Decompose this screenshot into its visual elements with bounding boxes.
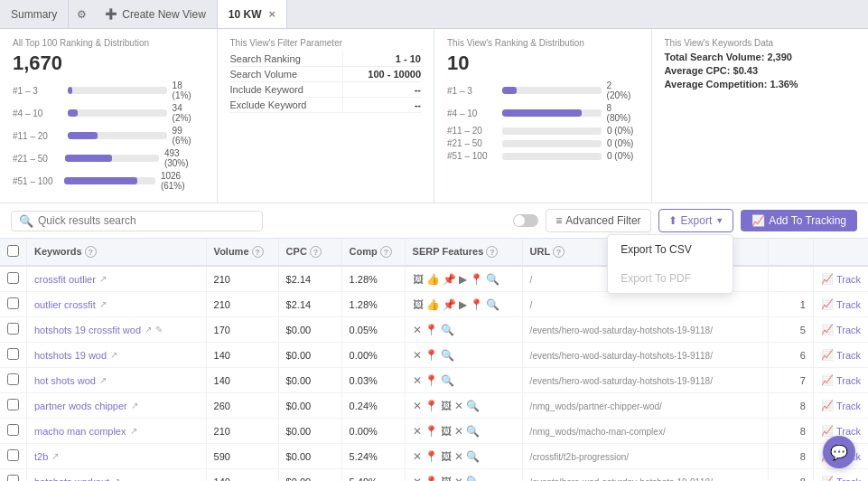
tab-create-new-view[interactable]: ➕ Create New View xyxy=(94,0,217,28)
comp-info-icon[interactable]: ? xyxy=(380,246,392,258)
panel-filter: This View's Filter Parameter Search Rank… xyxy=(218,29,435,203)
track-button-0[interactable]: 📈 Track xyxy=(821,273,861,285)
track-button-6[interactable]: 📈 Track xyxy=(821,425,861,437)
url-info-icon[interactable]: ? xyxy=(553,246,565,258)
serp-icon-x: ✕ xyxy=(413,400,422,412)
volume-cell: 140 xyxy=(206,469,278,482)
keyword-cell: macho man complex ↗ xyxy=(34,426,199,437)
track-cell: 📈 Track xyxy=(813,317,868,343)
track-button-8[interactable]: 📈 Track xyxy=(821,476,861,481)
external-link-icon[interactable]: ↗ xyxy=(51,451,59,461)
tab-10kw[interactable]: 10 KW × xyxy=(218,0,287,28)
toggle[interactable] xyxy=(513,214,538,227)
track-cell: 📈 Track xyxy=(813,469,868,482)
url-cell: / xyxy=(522,292,768,317)
row-checkbox-2[interactable] xyxy=(7,323,19,335)
cpc-info-icon[interactable]: ? xyxy=(310,246,322,258)
tracking-icon: 📈 xyxy=(751,214,765,227)
row-checkbox-6[interactable] xyxy=(7,424,19,436)
row-checkbox-3[interactable] xyxy=(7,348,19,360)
tab-settings-icon[interactable]: ⚙ xyxy=(69,8,94,21)
volume-cell: 260 xyxy=(206,393,278,419)
keyword-link-0[interactable]: crossfit outlier xyxy=(34,274,96,285)
row-checkbox-4[interactable] xyxy=(7,373,19,385)
cpc-cell: $0.00 xyxy=(278,469,341,482)
panel-view-title: This View's Ranking & Distribution xyxy=(447,38,639,48)
external-link-icon[interactable]: ↗ xyxy=(130,426,137,436)
panel-view-rows: #1 – 3 2 (20%) #4 – 10 8 (80%) #11 – 20 … xyxy=(447,80,639,161)
panel-all-big: 1,670 xyxy=(13,52,204,75)
table-row: macho man complex ↗ 210 $0.00 0.00% ✕📍🖼✕… xyxy=(0,419,868,444)
select-all-checkbox[interactable] xyxy=(7,245,19,257)
keyword-link-2[interactable]: hotshots 19 crossfit wod xyxy=(34,325,141,335)
keyword-link-8[interactable]: hotshots workout xyxy=(34,476,109,482)
volume-cell: 210 xyxy=(206,419,278,444)
comp-cell: 5.24% xyxy=(341,444,405,469)
row-checkbox-5[interactable] xyxy=(7,399,19,410)
external-link-icon[interactable]: ↗ xyxy=(131,401,138,410)
serp-icon-x: ✕ xyxy=(454,450,463,463)
filter-table: Search Ranking1 - 10Search Volume100 - 1… xyxy=(230,52,422,113)
track-button-2[interactable]: 📈 Track xyxy=(821,324,861,335)
rank-cell: 7 xyxy=(768,368,813,393)
row-checkbox-8[interactable] xyxy=(7,475,19,481)
keyword-link-5[interactable]: partner wods chipper xyxy=(34,401,127,411)
tab-close-icon[interactable]: × xyxy=(269,7,276,21)
track-label: Track xyxy=(836,401,861,411)
search-icon: 🔍 xyxy=(19,214,33,228)
track-button-1[interactable]: 📈 Track xyxy=(821,298,861,310)
panel-all-title: All Top 100 Ranking & Distribution xyxy=(13,38,204,48)
export-csv-item[interactable]: Export To CSV xyxy=(608,235,733,264)
keywords-info-icon[interactable]: ? xyxy=(85,246,97,258)
keyword-link-7[interactable]: t2b xyxy=(34,451,48,462)
track-button-3[interactable]: 📈 Track xyxy=(821,349,861,361)
external-link-icon[interactable]: ↗ xyxy=(99,375,107,385)
row-checkbox-1[interactable] xyxy=(7,297,19,309)
external-link-icon[interactable]: ↗ xyxy=(99,299,107,309)
track-button-5[interactable]: 📈 Track xyxy=(821,400,861,411)
export-button[interactable]: ⬆ Export ▼ xyxy=(658,209,734,232)
track-arrow-icon: 📈 xyxy=(821,349,834,361)
serp-icon-map: 📍 xyxy=(425,425,438,438)
serp-icon-map: 📍 xyxy=(470,273,483,286)
track-button-4[interactable]: 📈 Track xyxy=(821,374,861,386)
external-link-icon[interactable]: ↗ xyxy=(113,476,120,481)
rank-cell: 6 xyxy=(768,343,813,368)
keyword-cell: t2b ↗ xyxy=(34,451,199,462)
serp-icon-map: 📍 xyxy=(425,349,438,362)
th-comp: Comp ? xyxy=(341,239,405,266)
cpc-cell: $0.00 xyxy=(278,444,341,469)
add-to-tracking-button[interactable]: 📈 Add To Tracking xyxy=(741,210,857,231)
kw-avg-comp: Average Competition: 1.36% xyxy=(665,79,856,90)
cpc-cell: $0.00 xyxy=(278,317,341,343)
external-link-icon[interactable]: ↗ xyxy=(145,325,152,335)
track-arrow-icon: 📈 xyxy=(821,298,834,310)
volume-info-icon[interactable]: ? xyxy=(252,246,264,258)
stat-row: #21 – 50 493 (30%) xyxy=(13,148,204,168)
keyword-link-1[interactable]: outlier crossfit xyxy=(34,299,96,310)
row-checkbox-0[interactable] xyxy=(7,272,19,284)
volume-cell: 210 xyxy=(206,292,278,317)
serp-info-icon[interactable]: ? xyxy=(486,246,498,258)
search-input[interactable] xyxy=(38,214,255,227)
table-row: crossfit outlier ↗ 210 $2.14 1.28% 🖼👍📌▶📍… xyxy=(0,266,868,292)
chat-bubble[interactable]: 💬 xyxy=(823,436,855,468)
advanced-filter-button[interactable]: ≡ Advanced Filter xyxy=(546,209,650,232)
url-cell: /nmg_wods/partner-chipper-wod/ xyxy=(522,393,768,419)
external-link-icon[interactable]: ↗ xyxy=(110,350,117,360)
keyword-link-4[interactable]: hot shots wod xyxy=(34,375,96,386)
search-box[interactable]: 🔍 xyxy=(11,211,263,231)
keyword-link-6[interactable]: macho man complex xyxy=(34,426,126,437)
tab-summary[interactable]: Summary xyxy=(0,0,69,28)
edit-icon[interactable]: ✎ xyxy=(155,325,163,335)
volume-cell: 590 xyxy=(206,444,278,469)
serp-icon-x: ✕ xyxy=(413,324,422,336)
serp-cell: 🖼👍📌▶📍🔍 xyxy=(405,266,522,292)
row-checkbox-7[interactable] xyxy=(7,449,19,461)
serp-icon-play: ▶ xyxy=(459,273,467,286)
serp-icon-x: ✕ xyxy=(413,476,422,482)
serp-icon-x: ✕ xyxy=(413,450,422,463)
keyword-link-3[interactable]: hotshots 19 wod xyxy=(34,350,107,361)
external-link-icon[interactable]: ↗ xyxy=(99,274,107,284)
cpc-cell: $0.00 xyxy=(278,368,341,393)
